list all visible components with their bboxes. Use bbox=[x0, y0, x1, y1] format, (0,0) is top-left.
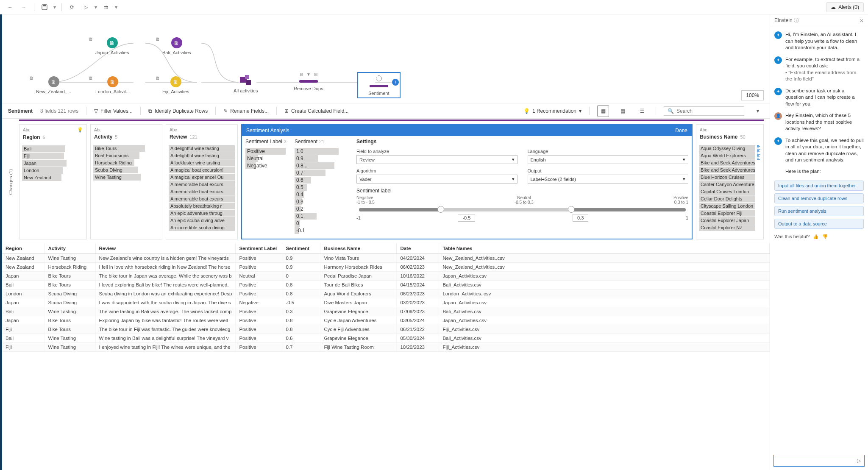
slider-handle-high[interactable] bbox=[568, 206, 575, 213]
low-threshold-input[interactable]: -0.5 bbox=[458, 214, 475, 222]
node-bali[interactable]: 🗎 🗎 Bali_Activities bbox=[162, 37, 191, 55]
table-row[interactable]: New ZealandWine TastingNew Zealand's win… bbox=[2, 254, 770, 263]
card-review[interactable]: Abc Review121 A delightful wine tastingA… bbox=[166, 124, 238, 239]
column-header[interactable]: Sentiment Label bbox=[236, 243, 282, 254]
profile-value[interactable]: 0 bbox=[295, 220, 350, 227]
profile-value[interactable]: An incredible scuba diving bbox=[169, 224, 235, 231]
node-japan[interactable]: 🗎 🗎 Japan_Activities bbox=[95, 37, 129, 55]
profile-value[interactable]: Neutral bbox=[245, 155, 288, 162]
profile-value[interactable]: Japan bbox=[22, 160, 84, 167]
profile-value[interactable]: Bike Tours bbox=[93, 145, 159, 152]
thumbs-down-icon[interactable]: 👎 bbox=[822, 234, 828, 239]
view-list-icon[interactable]: ☰ bbox=[636, 105, 648, 117]
run-dropdown-icon[interactable]: ▾ bbox=[93, 1, 98, 13]
profile-value[interactable]: Boat Excursions bbox=[93, 152, 159, 159]
slider-handle-low[interactable] bbox=[437, 206, 444, 213]
high-threshold-input[interactable]: 0.3 bbox=[573, 214, 588, 222]
column-header[interactable]: Activity bbox=[45, 243, 95, 254]
profile-value[interactable]: Aqua World Explorers bbox=[699, 152, 755, 159]
node-new-zealand[interactable]: 🗎 🗎 New_Zealand_... bbox=[36, 76, 71, 94]
profile-value[interactable]: 0.1 bbox=[295, 213, 350, 220]
output-select[interactable]: Output Label+Score (2 fields)▾ bbox=[528, 168, 689, 184]
schedule-icon[interactable]: ⇉ bbox=[100, 1, 112, 13]
profile-value[interactable]: Bike and Seek Adventures bbox=[699, 159, 755, 166]
card-activity[interactable]: Abc Activity5 Bike ToursBoat ExcursionsH… bbox=[90, 124, 162, 239]
plan-step-button[interactable]: Output to a data source bbox=[774, 219, 864, 229]
table-row[interactable]: BaliWine TastingThe wine tasting in Bali… bbox=[2, 307, 770, 316]
step-remove-dups[interactable]: ⊟▼⊞ Remove Dups bbox=[294, 72, 323, 91]
profile-value[interactable]: Fiji bbox=[22, 153, 84, 159]
profile-value[interactable]: A delightful wine tasting bbox=[169, 152, 235, 159]
profile-value[interactable]: 0.4 bbox=[295, 191, 350, 198]
search-field[interactable] bbox=[676, 108, 740, 114]
step-all-activities[interactable]: All activities bbox=[234, 75, 258, 93]
calc-field-button[interactable]: ⊞Create Calculated Field... bbox=[284, 108, 348, 114]
profile-value[interactable]: Blue Horizon Cruises bbox=[699, 174, 755, 181]
column-header[interactable]: Table Names bbox=[439, 243, 770, 254]
profile-value[interactable]: A memorable boat excurs bbox=[169, 181, 235, 188]
profile-value[interactable]: New Zealand bbox=[22, 174, 84, 181]
profile-value[interactable]: A delightful wine tasting bbox=[169, 145, 235, 152]
add-step-button[interactable]: + bbox=[392, 79, 399, 86]
einstein-input[interactable]: ▷ bbox=[773, 455, 865, 467]
view-grid-icon[interactable]: ▤ bbox=[617, 105, 629, 117]
profile-value[interactable]: Bike and Seek Adventures bbox=[699, 167, 755, 173]
table-row[interactable]: BaliWine TastingWine tasting in Bali was… bbox=[2, 334, 770, 343]
data-grid[interactable]: RegionActivityReviewSentiment LabelSenti… bbox=[2, 243, 770, 470]
profile-value[interactable]: A memorable boat excurs bbox=[169, 188, 235, 195]
profile-value[interactable]: -0.1 bbox=[295, 227, 350, 234]
node-london[interactable]: 🗎 🗎 London_Activit... bbox=[95, 76, 130, 94]
info-icon[interactable]: ⓘ bbox=[794, 17, 799, 23]
profile-value[interactable]: Horseback Riding bbox=[93, 159, 159, 166]
profile-value[interactable]: Cityscape Sailing London bbox=[699, 203, 755, 209]
plan-step-button[interactable]: Clean and remove duplicate rows bbox=[774, 193, 864, 203]
plan-step-button[interactable]: Run sentiment analysis bbox=[774, 206, 864, 216]
table-row[interactable]: LondonScuba DivingScuba diving in London… bbox=[2, 289, 770, 298]
node-fiji[interactable]: 🗎 🗎 Fiji_Activities bbox=[162, 76, 189, 94]
filter-values-button[interactable]: ▽Filter Values... bbox=[94, 108, 133, 114]
close-icon[interactable]: ✕ bbox=[860, 18, 864, 24]
search-input[interactable]: 🔍 bbox=[664, 106, 744, 116]
flow-canvas[interactable]: 🗎 🗎 New_Zealand_... 🗎 🗎 Japan_Activities… bbox=[2, 14, 770, 103]
sentiment-slider[interactable] bbox=[359, 208, 686, 211]
recommendation-dropdown[interactable]: 💡1 Recommendation▾ bbox=[523, 108, 581, 114]
profile-value[interactable]: A lackluster wine tasting bbox=[169, 159, 235, 166]
profile-value[interactable]: An epic adventure throug bbox=[169, 210, 235, 217]
profile-value[interactable]: 0.9 bbox=[295, 155, 350, 162]
profile-value[interactable]: 0.5 bbox=[295, 184, 350, 191]
profile-value[interactable]: Cellar Door Delights bbox=[699, 195, 755, 202]
profile-value[interactable]: Coastal Explorer Fiji bbox=[699, 210, 755, 217]
algorithm-select[interactable]: Algorithm Vader▾ bbox=[356, 168, 517, 184]
profile-value[interactable]: 0.8... bbox=[295, 162, 350, 169]
field-to-analyze[interactable]: Field to analyze Review▾ bbox=[356, 149, 517, 164]
profile-value[interactable]: Negative bbox=[245, 162, 288, 169]
plan-step-button[interactable]: Input all files and union them together bbox=[774, 181, 864, 191]
table-row[interactable]: BaliBike ToursI loved exploring Bali by … bbox=[2, 281, 770, 289]
send-icon[interactable]: ▷ bbox=[857, 458, 861, 464]
table-row[interactable]: FijiWine TastingI enjoyed wine tasting i… bbox=[2, 343, 770, 352]
column-header[interactable]: Business Name bbox=[320, 243, 397, 254]
save-icon[interactable] bbox=[39, 1, 50, 13]
profile-value[interactable]: Capital Cruises London bbox=[699, 188, 755, 195]
rename-fields-button[interactable]: ✎Rename Fields... bbox=[223, 108, 269, 114]
save-dropdown-icon[interactable]: ▾ bbox=[52, 1, 57, 13]
profile-value[interactable]: 0.6 bbox=[295, 177, 350, 184]
table-row[interactable]: FijiBike ToursThe bike tour in Fiji was … bbox=[2, 325, 770, 334]
profile-value[interactable]: A magical boat excursion! bbox=[169, 167, 235, 173]
profile-value[interactable]: Scuba Diving bbox=[93, 167, 159, 173]
refresh-icon[interactable]: ⟳ bbox=[66, 1, 78, 13]
thumbs-up-icon[interactable]: 👍 bbox=[813, 234, 819, 239]
profile-value[interactable]: Bali bbox=[22, 145, 84, 152]
profile-value[interactable]: Aqua Odyssey Diving bbox=[699, 145, 755, 152]
card-business-name[interactable]: Abc Business Name50 Aqua Odyssey DivingA… bbox=[696, 124, 764, 239]
profile-value[interactable]: 0.3 bbox=[295, 198, 350, 205]
column-header[interactable]: Region bbox=[2, 243, 45, 254]
table-row[interactable]: JapanScuba DivingI was disappointed with… bbox=[2, 298, 770, 307]
profile-value[interactable]: 1.0 bbox=[295, 148, 350, 155]
profile-value[interactable]: A magical experience! Ou bbox=[169, 174, 235, 181]
changes-tab[interactable]: Changes (1) bbox=[6, 121, 16, 243]
profile-value[interactable]: Canter Canyon Adventure bbox=[699, 181, 755, 188]
run-icon[interactable]: ▷ bbox=[80, 1, 92, 13]
profile-value[interactable]: An epic scuba diving adve bbox=[169, 217, 235, 224]
profile-value[interactable]: London bbox=[22, 167, 84, 174]
